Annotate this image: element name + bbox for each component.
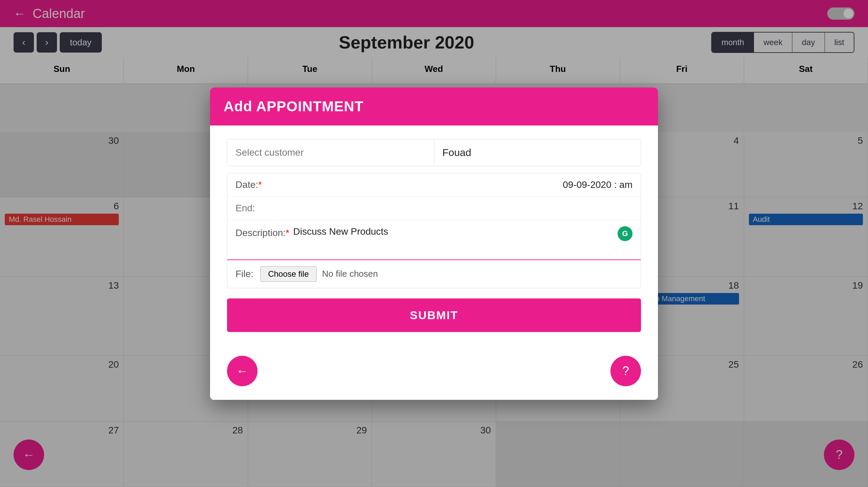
- customer-value: Fouad: [434, 139, 641, 166]
- date-label: Date:*: [235, 179, 290, 190]
- modal-help-button[interactable]: ?: [610, 356, 641, 386]
- form-section: Date:* 09-09-2020 : am Description:* Dis…: [227, 173, 641, 288]
- modal-footer: ← ?: [210, 346, 658, 400]
- description-row: Description:* Discuss New Products G: [227, 220, 641, 260]
- description-label: Description:*: [235, 226, 290, 238]
- no-file-text: No file chosen: [322, 269, 378, 279]
- submit-button[interactable]: SUBMIT: [227, 298, 641, 332]
- modal-help-icon: ?: [622, 364, 629, 378]
- file-label: File:: [235, 269, 253, 279]
- date-row: Date:* 09-09-2020 : am: [227, 173, 641, 197]
- modal-header: Add APPOINTMENT: [210, 87, 658, 125]
- file-row: File: Choose file No file chosen: [227, 260, 641, 288]
- end-input[interactable]: [235, 203, 633, 214]
- description-textarea[interactable]: Discuss New Products: [293, 226, 611, 253]
- modal-title: Add APPOINTMENT: [224, 98, 363, 114]
- choose-file-button[interactable]: Choose file: [260, 266, 317, 282]
- customer-search-input[interactable]: [227, 139, 434, 166]
- modal-overlay: Add APPOINTMENT Fouad Date:* 09-09-2020 …: [0, 0, 868, 487]
- add-appointment-modal: Add APPOINTMENT Fouad Date:* 09-09-2020 …: [210, 87, 658, 400]
- date-value: 09-09-2020 : am: [290, 179, 633, 190]
- modal-back-button[interactable]: ←: [227, 356, 258, 386]
- modal-back-icon: ←: [236, 364, 248, 378]
- grammarly-icon: G: [618, 226, 633, 241]
- modal-body: Fouad Date:* 09-09-2020 : am: [210, 125, 658, 346]
- customer-row: Fouad: [227, 139, 641, 166]
- end-row: [227, 197, 641, 220]
